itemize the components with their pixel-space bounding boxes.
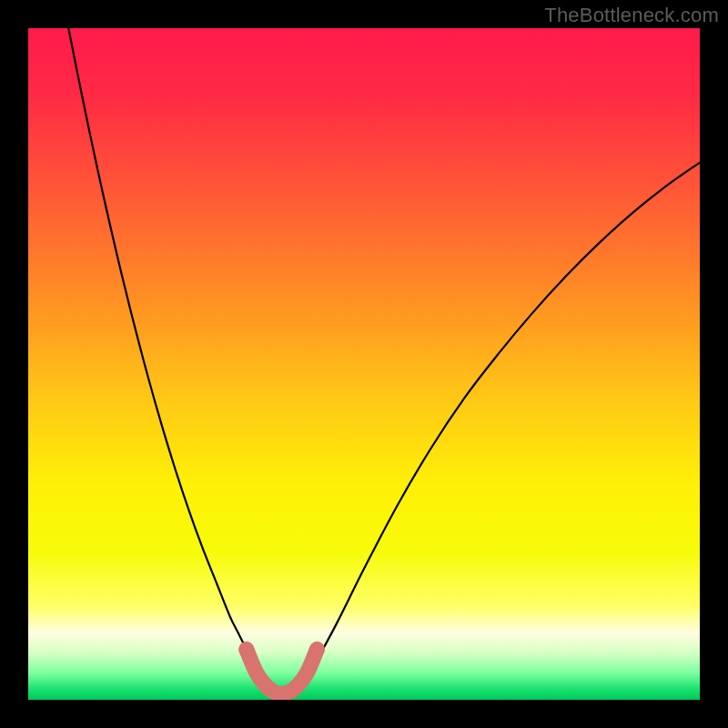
outer-frame: TheBottleneck.com [0, 0, 728, 728]
plot-area [28, 28, 700, 700]
marker-dot [238, 642, 254, 657]
bottom-marker-group [238, 642, 324, 693]
watermark-text: TheBottleneck.com [544, 4, 719, 27]
curve-left-branch [68, 28, 263, 680]
marker-dot [309, 642, 325, 657]
chart-curves [28, 28, 700, 700]
marker-path [247, 650, 317, 694]
curve-right-branch [304, 163, 700, 680]
